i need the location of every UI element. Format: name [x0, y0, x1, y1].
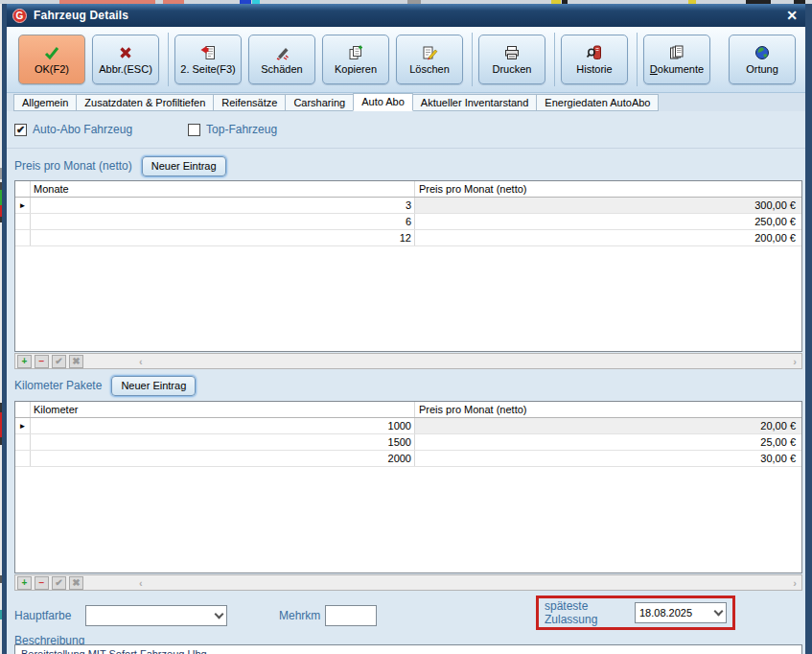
kilometer-cell[interactable]: 2000 — [31, 451, 415, 466]
bottom-form-row: Hauptfarbe Mehrkm späteste Zulassung 18.… — [7, 596, 805, 634]
mehrkm-input[interactable] — [325, 605, 377, 626]
scroll-left-icon[interactable]: ‹ — [139, 356, 143, 367]
km-grid-navigator: + − ✔ ✖ ‹ › — [14, 574, 802, 591]
km-section-label: Kilometer Pakete — [14, 379, 102, 392]
kilometer-column-header[interactable]: Kilometer — [31, 402, 415, 417]
price-grid-header: Monate Preis pro Monat (netto) — [15, 181, 801, 198]
top-fahrzeug-checkbox[interactable]: Top-Fahrzeug — [188, 123, 277, 136]
tab-aktueller-inventarstand[interactable]: Aktueller Inventarstand — [412, 94, 538, 111]
preis-cell[interactable]: 200,00 € — [415, 230, 801, 245]
documents-button[interactable]: Dokumente — [643, 35, 710, 84]
preis-cell[interactable]: 250,00 € — [415, 214, 801, 229]
checkbox-checked-icon: ✔ — [14, 124, 27, 136]
table-row[interactable]: 1500 25,00 € — [15, 434, 801, 451]
delete-button[interactable]: Löschen — [396, 35, 463, 84]
remove-row-button[interactable]: − — [35, 355, 49, 368]
scroll-right-icon[interactable]: › — [793, 356, 797, 367]
price-new-entry-button[interactable]: Neuer Eintrag — [142, 156, 226, 176]
kilometer-cell[interactable]: 1000 — [31, 418, 415, 433]
x-icon — [117, 44, 134, 61]
copy-button[interactable]: Kopieren — [322, 35, 389, 84]
history-button[interactable]: Historie — [561, 35, 628, 84]
scroll-right-icon[interactable]: › — [793, 577, 797, 589]
eraser-pencil-icon — [421, 44, 438, 61]
second-page-button[interactable]: 2. Seite(F3) — [174, 35, 242, 84]
preis-cell[interactable]: 25,00 € — [415, 434, 801, 450]
row-indicator-column — [15, 451, 31, 466]
ok-button-label: OK(F2) — [35, 63, 69, 75]
tab-energiedaten-autoabo[interactable]: Energiedaten AutoAbo — [536, 94, 659, 111]
tab-auto-abo[interactable]: Auto Abo — [353, 93, 413, 111]
kilometer-cell[interactable]: 1500 — [31, 434, 415, 450]
price-grid-navigator: + − ✔ ✖ ‹ › — [14, 353, 802, 369]
preis-column-header[interactable]: Preis pro Monat (netto) — [415, 181, 801, 197]
tracking-button[interactable]: Ortung — [729, 35, 796, 84]
title-bar: G Fahrzeug Details ✕ — [7, 4, 805, 27]
cancel-edit-button[interactable]: ✖ — [69, 355, 83, 368]
row-indicator-column — [15, 214, 31, 229]
spaeteste-zulassung-date-dropdown[interactable]: 18.08.2025 — [635, 602, 727, 623]
hauptfarbe-label: Hauptfarbe — [14, 609, 71, 622]
toolbar: OK(F2) Abbr.(ESC) 2. Seite(F3) Schäden — [7, 27, 805, 93]
row-indicator-column — [15, 230, 31, 245]
km-grid-header: Kilometer Preis pro Monat (netto) — [15, 402, 801, 418]
price-grid: Monate Preis pro Monat (netto) ► 3 300,0… — [14, 180, 802, 352]
add-row-button[interactable]: + — [17, 576, 32, 590]
auto-abo-fahrzeug-label: Auto-Abo Fahrzeug — [33, 123, 132, 136]
delete-button-label: Löschen — [409, 63, 450, 75]
print-button[interactable]: Drucken — [478, 35, 545, 84]
mehrkm-label: Mehrkm — [279, 609, 320, 622]
cancel-button-label: Abbr.(ESC) — [99, 63, 152, 75]
monate-column-header[interactable]: Monate — [31, 181, 415, 197]
monate-cell[interactable]: 6 — [31, 214, 415, 229]
auto-abo-fahrzeug-checkbox[interactable]: ✔ Auto-Abo Fahrzeug — [14, 123, 132, 136]
km-new-entry-button[interactable]: Neuer Eintrag — [111, 376, 196, 396]
cancel-button[interactable]: Abbr.(ESC) — [92, 35, 159, 84]
tab-zusatzdaten-profiltiefen[interactable]: Zusatzdaten & Profiltiefen — [76, 94, 214, 111]
chevron-down-icon — [215, 610, 224, 619]
history-button-label: Historie — [576, 63, 612, 75]
preis-cell[interactable]: 30,00 € — [415, 451, 801, 466]
section-divider — [7, 148, 805, 149]
second-page-button-label: 2. Seite(F3) — [180, 63, 235, 75]
ok-button[interactable]: OK(F2) — [18, 35, 85, 84]
spaeteste-zulassung-label: späteste Zulassung — [545, 599, 627, 626]
confirm-edit-button[interactable]: ✔ — [52, 576, 66, 590]
table-row[interactable]: 12 200,00 € — [15, 230, 801, 246]
preis-cell[interactable]: 20,00 € — [415, 418, 801, 433]
table-row[interactable]: 6 250,00 € — [15, 214, 801, 230]
current-row-indicator-icon: ► — [15, 198, 31, 213]
history-book-magnifier-icon — [586, 44, 603, 61]
tab-allgemein[interactable]: Allgemein — [13, 94, 77, 111]
toolbar-separator — [168, 33, 169, 86]
tracking-button-label: Ortung — [746, 63, 778, 75]
chevron-down-icon — [714, 607, 724, 617]
window-title: Fahrzeug Details — [34, 9, 128, 22]
table-row[interactable]: ► 1000 20,00 € — [15, 418, 801, 434]
add-row-button[interactable]: + — [17, 355, 32, 368]
tab-reifensaetze[interactable]: Reifensätze — [213, 94, 286, 111]
monate-cell[interactable]: 3 — [31, 198, 415, 213]
tab-carsharing[interactable]: Carsharing — [285, 94, 354, 111]
top-fahrzeug-label: Top-Fahrzeug — [206, 123, 277, 136]
preis-column-header[interactable]: Preis pro Monat (netto) — [415, 402, 801, 417]
damages-button[interactable]: Schäden — [248, 35, 315, 84]
toolbar-separator — [554, 33, 555, 86]
beschreibung-textarea[interactable]: Bereitstellung MIT Sofort Fahrzeug Ubg — [14, 644, 802, 654]
current-row-indicator-icon: ► — [15, 418, 31, 433]
print-button-label: Drucken — [493, 63, 532, 75]
hauptfarbe-dropdown[interactable] — [85, 605, 227, 626]
cancel-edit-button[interactable]: ✖ — [69, 576, 83, 590]
preis-cell[interactable]: 300,00 € — [415, 198, 801, 213]
copy-icon — [347, 44, 364, 61]
close-icon[interactable]: ✕ — [786, 8, 798, 23]
confirm-edit-button[interactable]: ✔ — [52, 355, 66, 368]
monate-cell[interactable]: 12 — [31, 230, 415, 245]
km-section-header: Kilometer Pakete Neuer Eintrag — [14, 373, 196, 398]
scroll-left-icon[interactable]: ‹ — [139, 577, 143, 589]
beschreibung-text-clipped: Bereitstellung MIT Sofort Fahrzeug Ubg — [21, 648, 801, 654]
table-row[interactable]: 2000 30,00 € — [15, 451, 801, 467]
remove-row-button[interactable]: − — [35, 576, 49, 590]
toolbar-separator — [472, 33, 473, 86]
table-row[interactable]: ► 3 300,00 € — [15, 198, 801, 214]
